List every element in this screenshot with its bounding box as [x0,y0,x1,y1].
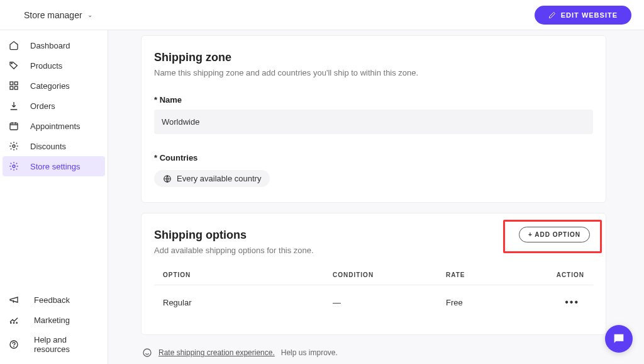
shipping-zone-title: Shipping zone [154,51,593,64]
table-row: Regular — Free ••• [154,285,593,319]
sidebar-item-products[interactable]: Products [3,55,105,76]
feedback-tail: Help us improve. [281,348,338,357]
svg-point-8 [11,322,11,323]
chevron-down-icon: ⌄ [87,11,92,18]
main-content: Shipping zone Name this shipping zone an… [108,30,644,364]
svg-point-9 [13,322,14,323]
sidebar-item-label: Dashboard [30,41,70,50]
table-header: OPTION CONDITION RATE ACTION [154,265,593,285]
add-option-button[interactable]: + ADD OPTION [519,227,590,242]
sidebar-item-label: Orders [30,101,55,111]
smile-icon [142,348,152,358]
zone-name-input[interactable] [154,110,593,134]
grid-icon [9,81,19,91]
globe-icon [163,174,172,183]
sidebar-item-marketing[interactable]: Marketing [3,310,105,330]
countries-tag[interactable]: Every available country [154,170,270,187]
home-icon [9,40,19,50]
row-option: Regular [163,298,333,307]
pencil-icon [548,11,556,19]
edit-website-button[interactable]: EDIT WEBSITE [535,6,631,25]
add-option-highlight: + ADD OPTION [503,220,602,253]
settings-icon [9,161,19,171]
sidebar-item-label: Marketing [34,316,70,325]
sidebar-item-label: Feedback [34,295,70,305]
shipping-zone-subtitle: Name this shipping zone and add countrie… [154,68,593,77]
col-option-header: OPTION [163,271,333,278]
edit-website-label: EDIT WEBSITE [561,11,618,19]
sidebar: Dashboard Products Categories Orders App… [0,30,108,364]
svg-rect-5 [10,123,18,130]
options-table: OPTION CONDITION RATE ACTION Regular — F… [154,265,593,319]
svg-point-6 [13,145,15,147]
sidebar-item-store-settings[interactable]: Store settings [3,156,105,176]
col-action-header: ACTION [521,271,584,278]
topbar: Store manager ⌄ EDIT WEBSITE [0,0,644,30]
row-more-button[interactable]: ••• [565,297,584,308]
svg-point-14 [143,349,151,356]
sidebar-item-appointments[interactable]: Appointments [3,116,105,136]
feedback-link[interactable]: Rate shipping creation experience. [158,348,275,357]
col-rate-header: RATE [446,271,521,278]
svg-rect-1 [10,82,13,85]
gear-icon [9,141,19,151]
svg-rect-3 [10,86,13,89]
help-icon [9,339,19,350]
shipping-options-card: Shipping options Add available shipping … [141,213,606,335]
store-manager-dropdown[interactable]: Store manager ⌄ [24,10,92,20]
col-condition-header: CONDITION [333,271,446,278]
sidebar-item-label: Categories [30,81,70,91]
svg-point-7 [13,165,15,168]
sidebar-item-label: Appointments [30,122,80,131]
svg-point-12 [14,346,14,347]
svg-point-10 [16,322,17,323]
store-manager-label: Store manager [24,10,82,20]
feedback-row: Rate shipping creation experience. Help … [141,345,606,360]
sidebar-item-feedback[interactable]: Feedback [3,290,105,310]
sidebar-item-categories[interactable]: Categories [3,76,105,96]
sidebar-item-dashboard[interactable]: Dashboard [3,35,105,55]
chat-widget-button[interactable] [605,325,633,353]
shipping-zone-card: Shipping zone Name this shipping zone an… [141,35,606,203]
svg-rect-2 [14,82,18,85]
sidebar-item-orders[interactable]: Orders [3,96,105,116]
chat-icon [612,332,626,346]
countries-label: * Countries [154,153,593,162]
sidebar-item-label: Products [30,61,62,71]
sidebar-item-help[interactable]: Help and resources [3,330,105,359]
sidebar-item-discounts[interactable]: Discounts [3,136,105,156]
name-label: * Name [154,95,593,105]
shipping-options-title: Shipping options [154,229,314,242]
sidebar-item-label: Help and resources [34,335,99,354]
calendar-icon [9,121,19,131]
megaphone-icon [9,295,19,305]
row-rate: Free [446,298,521,307]
sidebar-item-label: Discounts [30,142,66,151]
tag-icon [9,60,19,71]
shipping-options-subtitle: Add available shipping options for this … [154,246,314,255]
download-icon [9,101,19,111]
countries-tag-label: Every available country [177,174,261,183]
trend-icon [9,315,19,325]
row-condition: — [333,298,446,307]
sidebar-item-label: Store settings [30,162,80,171]
svg-point-0 [11,63,12,64]
svg-rect-4 [14,86,18,89]
